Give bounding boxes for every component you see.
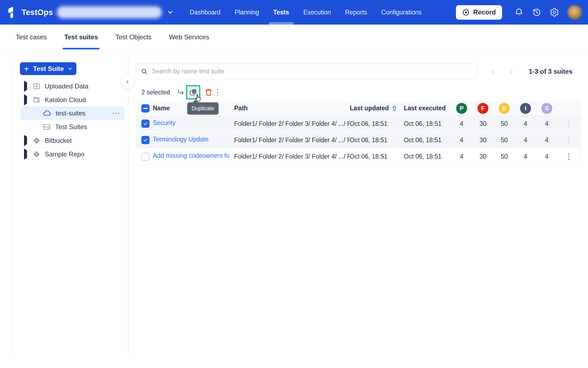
brand-title: TestOps	[22, 8, 53, 17]
move-to-folder-button[interactable]	[177, 88, 185, 97]
nav-execution[interactable]: Execution	[303, 0, 331, 25]
suite-name-link[interactable]: Security	[153, 119, 175, 127]
passed-count: 4	[451, 153, 472, 160]
page-next-button[interactable]	[508, 68, 515, 75]
suite-path: Folder1/ Folder 2/ Folder 3/ Folder 4/ .…	[234, 153, 350, 160]
content: Test Suite Uploaded Data	[0, 50, 588, 368]
table-row: Terminology Update Folder1/ Folder 2/ Fo…	[136, 132, 580, 149]
column-header-passed[interactable]: P	[451, 103, 472, 114]
topbar-right: Record	[456, 5, 582, 20]
tree-item-label: Test Suites	[55, 123, 87, 131]
incomplete-badge: I	[520, 103, 531, 114]
column-header-failed[interactable]: F	[472, 103, 494, 114]
passed-count: 4	[451, 120, 472, 127]
row-checkbox[interactable]	[141, 120, 150, 128]
nav-configurations[interactable]: Configurations	[381, 0, 422, 25]
tab-test-objects[interactable]: Test Objects	[115, 25, 151, 49]
skipped-count: 4	[536, 153, 557, 160]
tree-item-test-suites[interactable]: Test Suites	[20, 120, 125, 134]
sort-ascending-icon	[392, 105, 397, 111]
caret-right-icon[interactable]	[24, 82, 27, 90]
tree-item-uploaded-data[interactable]: Uploaded Data	[20, 79, 125, 93]
row-actions-button[interactable]	[567, 152, 571, 161]
incomplete-count: 4	[515, 153, 536, 160]
column-header-skipped[interactable]: S	[536, 103, 557, 114]
column-header-error[interactable]: E	[494, 103, 515, 114]
table-row: Add missing codeowners fo Folder1/ Folde…	[136, 149, 580, 165]
skipped-count: 4	[536, 136, 557, 144]
tree-item-katalon-cloud[interactable]: Katalon Cloud	[20, 93, 125, 107]
suite-name-link[interactable]: Terminology Update	[153, 136, 209, 143]
selection-count-label: 2 selected	[141, 89, 170, 96]
tree-item-bitbucket[interactable]: Bitbucket	[20, 134, 125, 147]
plus-icon	[23, 66, 29, 72]
last-executed-value: Oct 06, 18:51	[404, 136, 451, 144]
tree-item-sample-repo[interactable]: Sample Repo	[20, 147, 125, 161]
tree-item-label: test-suites	[56, 109, 85, 117]
tree-item-label: Uploaded Data	[45, 82, 88, 90]
user-avatar[interactable]	[568, 5, 582, 20]
caret-right-icon[interactable]	[24, 150, 27, 158]
sidebar-collapse-button[interactable]	[121, 75, 134, 88]
column-header-incomplete[interactable]: I	[515, 103, 536, 114]
incomplete-count: 4	[515, 136, 536, 144]
tests-tabbar: Test cases Test suites Test Objects Web …	[0, 25, 588, 50]
repo-diamond-icon	[32, 150, 41, 158]
nav-tests[interactable]: Tests	[273, 0, 289, 25]
caret-right-icon[interactable]	[24, 137, 27, 144]
tab-test-suites[interactable]: Test suites	[64, 25, 98, 49]
tab-web-services[interactable]: Web Services	[169, 25, 209, 49]
gear-icon	[550, 8, 559, 17]
tree-item-test-suites-folder[interactable]: test-suites	[20, 106, 125, 120]
trash-icon	[204, 88, 213, 97]
history-button[interactable]	[532, 8, 541, 17]
row-checkbox[interactable]	[141, 153, 150, 161]
row-actions-button[interactable]	[567, 119, 571, 128]
caret-right-icon[interactable]	[24, 96, 27, 104]
sidebar-left-border	[12, 57, 13, 356]
bell-icon	[514, 8, 524, 17]
delete-button[interactable]	[204, 88, 213, 97]
settings-button[interactable]	[550, 8, 559, 17]
tab-test-cases[interactable]: Test cases	[16, 25, 47, 49]
last-updated-value: Oct 06, 18:51	[350, 136, 404, 144]
topbar: TestOps Dashboard Planning Tests Executi…	[0, 0, 588, 25]
pagination: 1-3 of 3 suites	[489, 64, 572, 79]
column-header-last-updated[interactable]: Last updated	[350, 105, 404, 112]
nav-reports[interactable]: Reports	[345, 0, 367, 25]
suite-card-icon	[42, 123, 51, 131]
nav-planning[interactable]: Planning	[235, 0, 259, 25]
skipped-badge: S	[541, 103, 552, 114]
katalon-logo-icon[interactable]	[7, 6, 18, 18]
suite-name-link[interactable]: Add missing codeowners fo	[153, 152, 229, 159]
record-icon	[462, 9, 470, 16]
row-checkbox[interactable]	[141, 136, 150, 144]
passed-badge: P	[456, 103, 467, 114]
record-label: Record	[473, 8, 496, 16]
project-chevron-down-icon[interactable]	[167, 9, 174, 16]
project-name-redacted[interactable]	[57, 6, 162, 18]
select-all-checkbox[interactable]	[141, 104, 150, 112]
column-header-last-executed[interactable]: Last executed	[404, 105, 451, 112]
more-actions-button[interactable]	[216, 88, 219, 97]
error-count: 50	[494, 153, 515, 160]
item-menu-ellipsis-icon[interactable]	[112, 112, 120, 115]
error-badge: E	[499, 103, 510, 114]
passed-count: 4	[451, 136, 472, 144]
skipped-count: 4	[536, 120, 557, 127]
search-input[interactable]	[152, 68, 472, 75]
row-actions-button[interactable]	[567, 135, 571, 145]
nav-dashboard[interactable]: Dashboard	[190, 0, 220, 25]
page-previous-button[interactable]	[489, 68, 497, 75]
record-button[interactable]: Record	[456, 5, 502, 20]
failed-count: 30	[472, 136, 494, 144]
move-arrow-icon	[177, 88, 185, 97]
search-box	[136, 64, 477, 79]
column-header-path[interactable]: Path	[234, 105, 350, 112]
primary-nav: Dashboard Planning Tests Execution Repor…	[190, 0, 422, 25]
new-test-suite-button[interactable]: Test Suite	[20, 62, 76, 75]
folder-upload-icon	[32, 82, 41, 90]
suite-path: Folder1/ Folder 2/ Folder 3/ Folder 4/ .…	[234, 120, 350, 127]
notifications-button[interactable]	[514, 8, 524, 17]
kebab-menu-icon	[216, 88, 219, 97]
